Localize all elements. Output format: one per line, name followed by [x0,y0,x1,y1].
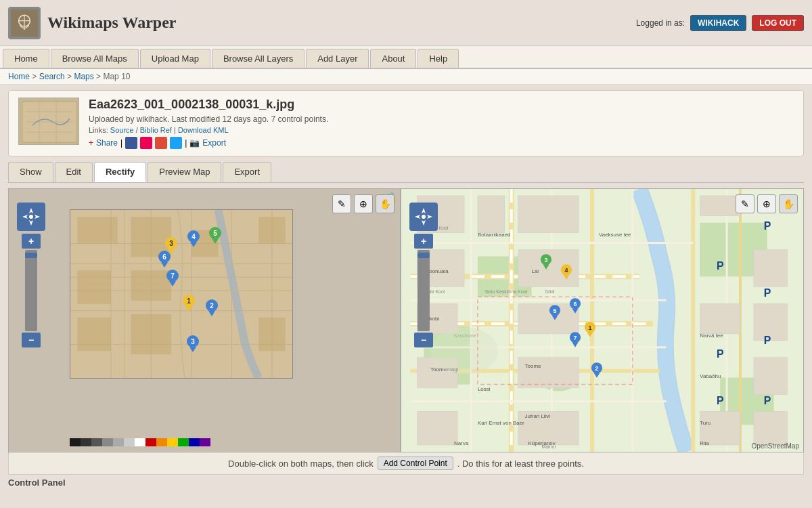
svg-text:P: P [764,335,771,346]
osm-pin-1a: 1 [584,321,596,339]
nav-add-layer[interactable]: Add Layer [306,49,369,68]
tab-export[interactable]: Export [223,162,271,182]
pin-3b: 3 [186,335,200,354]
svg-text:1: 1 [187,297,191,305]
nav-upload-map[interactable]: Upload Map [140,49,210,68]
share-icon: + [89,138,93,148]
googleplus-share-icon[interactable] [155,137,167,149]
instruction-text-after: . Do this for at least three points. [457,459,584,469]
map-uploader-link[interactable]: wikihack [137,114,167,124]
right-zoom-in[interactable]: + [414,234,433,249]
svg-marker-151 [572,343,579,347]
osm-pin-2a: 2 [591,362,603,380]
svg-marker-13 [29,220,33,226]
svg-text:1: 1 [588,324,591,331]
svg-rect-28 [77,270,111,304]
nav-browse-maps[interactable]: Browse All Maps [51,49,139,68]
map-share: + Share | | 📷 Export [89,137,794,149]
svg-marker-58 [189,347,196,352]
svg-marker-145 [552,316,558,320]
logged-in-label: Logged in as: [636,18,685,28]
svg-text:Gildi: Gildi [545,289,554,294]
svg-text:3: 3 [544,257,547,263]
breadcrumb-search[interactable]: Search [39,72,65,81]
svg-marker-14 [22,215,28,219]
map-links: Links: Source / Biblio Ref | Download KM… [89,126,794,134]
nav-browse-layers[interactable]: Browse All Layers [212,49,304,68]
nav-about[interactable]: About [370,49,416,68]
left-pan-tool[interactable]: ✋ [376,194,394,213]
breadcrumb-current: Map 10 [103,72,130,81]
pin-7: 7 [166,269,179,289]
biblio-link[interactable]: Biblio Ref [140,126,172,134]
svg-marker-62 [415,215,420,219]
svg-text:4: 4 [191,233,196,240]
add-control-point-button[interactable]: Add Control Point [378,457,453,470]
nav-home[interactable]: Home [3,49,49,68]
tab-preview-map[interactable]: Preview Map [148,162,221,182]
logout-button[interactable]: LOG OUT [752,15,804,31]
svg-rect-32 [77,318,111,352]
right-zoom-slider[interactable] [418,250,430,331]
svg-marker-148 [572,309,579,314]
right-pan-tool[interactable]: ✋ [779,194,798,213]
svg-marker-40 [190,242,197,247]
left-map-panel[interactable]: 🔒 + − ✎ ⊕ [8,188,401,452]
svg-rect-33 [131,314,172,355]
left-zoom-handle[interactable] [25,253,37,258]
left-add-tool[interactable]: ⊕ [354,194,373,213]
historical-map-image[interactable] [70,209,293,379]
svg-text:7: 7 [573,335,577,341]
nav-help[interactable]: Help [418,49,459,68]
export-link[interactable]: Export [202,138,226,148]
right-add-tool[interactable]: ⊕ [757,194,776,213]
download-kml-link[interactable]: Download KML [178,126,229,134]
breadcrumb-home[interactable]: Home [8,72,30,81]
svg-point-15 [29,215,33,219]
right-map-panel[interactable]: + − ✎ ⊕ ✋ [401,188,804,452]
right-edit-tool[interactable]: ✎ [736,194,754,213]
osm-pin-3a: 3 [540,253,552,272]
tab-edit[interactable]: Edit [55,162,93,182]
svg-point-135 [430,327,497,375]
svg-marker-60 [427,215,432,219]
left-zoom-in[interactable]: + [22,234,41,249]
username-button[interactable]: WIKIHACK [690,15,746,31]
share-label[interactable]: Share [96,138,118,148]
control-panel-label: Control Panel [0,475,812,490]
right-pan-control[interactable] [409,203,438,231]
left-map-tools: ✎ ⊕ ✋ [332,194,394,213]
svg-text:3: 3 [169,240,173,247]
svg-marker-154 [587,333,593,337]
myspace-share-icon[interactable] [140,137,152,149]
svg-rect-101 [754,250,788,287]
left-zoom-out[interactable]: − [22,333,41,347]
osm-map[interactable]: P P P P P P P Kroonuaia Lai Vaeksuse tee… [401,189,803,452]
instruction-text-before: Double-click on both maps, then click [228,459,374,469]
osm-attribution: OpenStreetMap [751,442,799,450]
header-left: Wikimaps Warper [8,7,176,39]
right-zoom-out[interactable]: − [414,333,433,347]
svg-text:P: P [764,395,771,406]
breadcrumb-maps[interactable]: Maps [74,72,93,81]
svg-text:5: 5 [553,308,556,314]
left-zoom-slider[interactable] [25,250,37,331]
map-info: Eaa2623_001_0002138_00031_k.jpg Uploaded… [8,90,804,156]
left-pan-control[interactable] [17,203,45,231]
left-map-nav: + − [17,203,45,347]
svg-marker-49 [169,281,176,287]
tab-show[interactable]: Show [8,162,53,182]
svg-text:Lai: Lai [532,268,539,274]
svg-marker-139 [543,265,549,270]
source-link[interactable]: Source [110,126,134,134]
facebook-share-icon[interactable] [125,137,137,149]
osm-pin-6a: 6 [569,297,581,316]
svg-marker-46 [161,262,168,268]
instruction-bar: Double-click on both maps, then click Ad… [8,452,804,475]
twitter-share-icon[interactable] [170,137,182,149]
left-edit-tool[interactable]: ✎ [332,194,351,213]
svg-text:2: 2 [595,365,598,372]
tab-rectify[interactable]: Rectify [94,162,146,182]
svg-text:Juhan Liivi: Juhan Liivi [525,413,551,419]
right-zoom-handle[interactable] [418,253,430,258]
